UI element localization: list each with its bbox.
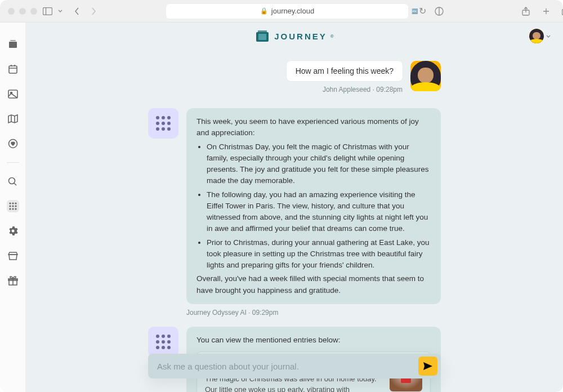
- image-icon[interactable]: [7, 88, 19, 100]
- svg-rect-5: [9, 42, 17, 48]
- user-meta: John Appleseed · 09:28pm: [323, 86, 403, 93]
- svg-rect-7: [9, 66, 17, 73]
- svg-rect-0: [43, 7, 52, 15]
- user-avatar: [410, 61, 441, 91]
- ai-point: Prior to Christmas, during your annual g…: [207, 237, 431, 271]
- minimize-icon[interactable]: [19, 8, 26, 15]
- app-logo-text: JOURNEY: [274, 32, 327, 41]
- stack-icon[interactable]: [7, 38, 19, 51]
- svg-point-16: [9, 177, 15, 184]
- svg-point-22: [12, 205, 14, 207]
- ai-outro: Overall, you've had a week filled with s…: [196, 273, 431, 296]
- chat-scroll[interactable]: How am I feeling this week? John Applese…: [26, 50, 563, 392]
- grid-icon[interactable]: [7, 200, 19, 212]
- svg-point-21: [9, 205, 11, 207]
- svg-line-17: [14, 183, 16, 185]
- ai-point: On Christmas Day, you felt the magic of …: [207, 141, 431, 187]
- ai-point: The following day, you had an amazing ex…: [207, 189, 431, 235]
- map-icon[interactable]: [7, 113, 19, 125]
- shield-icon[interactable]: [434, 6, 444, 16]
- heart-icon[interactable]: [7, 137, 19, 150]
- svg-rect-31: [258, 30, 267, 33]
- expand-icon[interactable]: [30, 8, 37, 15]
- address-bar[interactable]: 🔒 journey.cloud: [166, 4, 408, 19]
- ai-intro: This week, you seem to have experienced …: [196, 116, 431, 139]
- svg-point-19: [12, 202, 14, 204]
- app-sidebar: [0, 23, 26, 392]
- window-controls[interactable]: [8, 8, 37, 15]
- send-icon: [423, 362, 432, 370]
- svg-point-23: [15, 205, 16, 207]
- search-icon[interactable]: [7, 175, 19, 188]
- svg-point-18: [9, 202, 11, 204]
- app-logo[interactable]: JOURNEY®: [255, 29, 333, 43]
- entries-intro: You can view the mentioned entries below…: [196, 335, 431, 346]
- account-menu[interactable]: [529, 29, 551, 43]
- composer-input[interactable]: [157, 362, 418, 371]
- ai-message-row: This week, you seem to have experienced …: [148, 108, 441, 304]
- send-button[interactable]: [418, 357, 437, 376]
- ai-avatar: [148, 327, 178, 357]
- composer: [148, 354, 441, 378]
- svg-rect-32: [258, 34, 266, 40]
- calendar-icon[interactable]: [7, 63, 19, 75]
- back-icon[interactable]: [72, 6, 82, 16]
- ai-bubble: This week, you seem to have experienced …: [186, 108, 441, 304]
- new-tab-icon[interactable]: [541, 6, 551, 16]
- gift-icon[interactable]: [7, 274, 19, 287]
- store-icon[interactable]: [7, 250, 19, 262]
- reader-icon[interactable]: 🔤↻: [414, 6, 424, 16]
- close-icon[interactable]: [8, 8, 15, 15]
- svg-point-20: [15, 202, 16, 204]
- ai-avatar: [148, 108, 178, 139]
- url-text: journey.cloud: [271, 7, 314, 15]
- app-header: JOURNEY®: [26, 23, 563, 50]
- lock-icon: 🔒: [260, 7, 268, 15]
- main-panel: JOURNEY® How am I feeling this week? Joh…: [26, 23, 563, 392]
- browser-toolbar: 🔒 journey.cloud 🔤↻: [0, 0, 563, 23]
- user-bubble: How am I feeling this week?: [287, 61, 403, 81]
- gear-icon[interactable]: [7, 225, 19, 237]
- svg-rect-6: [10, 40, 16, 41]
- user-message-row: How am I feeling this week? John Applese…: [148, 61, 441, 93]
- chevron-down-icon[interactable]: [58, 6, 62, 16]
- chevron-down-icon: [546, 35, 551, 38]
- ai-meta: Journey Odyssey AI · 09:29pm: [186, 309, 441, 317]
- svg-point-26: [15, 208, 16, 210]
- svg-point-25: [12, 208, 14, 210]
- sidebar-toggle-icon[interactable]: [43, 6, 52, 16]
- svg-point-24: [9, 208, 11, 210]
- avatar: [529, 29, 544, 43]
- forward-icon[interactable]: [88, 6, 99, 16]
- journey-logo-icon: [255, 29, 270, 43]
- share-icon[interactable]: [521, 6, 531, 16]
